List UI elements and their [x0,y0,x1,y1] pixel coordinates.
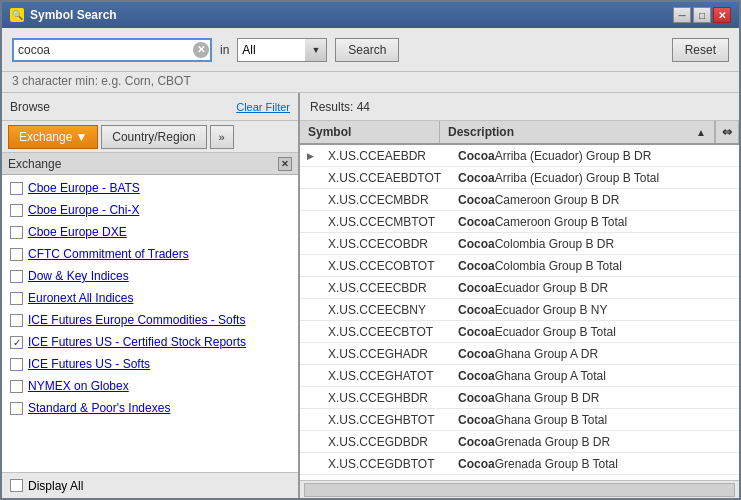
main-area: Browse Clear Filter Exchange ▼ Country/R… [2,93,739,498]
exchange-close-button[interactable]: ✕ [278,157,292,171]
row-symbol: X.US.CCEGHATOT [320,365,450,386]
hint-text: 3 character min: e.g. Corn, CBOT [12,74,191,88]
table-row[interactable]: X.US.CCEGDBDR Cocoa Grenada Group B DR [300,431,739,453]
category-dropdown[interactable]: All Stocks Futures Forex Indices [237,38,327,62]
exchange-checkbox-cboe-dxe[interactable] [10,226,23,239]
exchange-checkbox-dow[interactable] [10,270,23,283]
table-row[interactable]: X.US.CCEECBNY Cocoa Ecuador Group B NY [300,299,739,321]
row-description: Cocoa Arriba (Ecuador) Group B DR [450,145,739,166]
row-description: Cocoa Arriba (Ecuador) Group B Total [450,167,739,188]
tab-exchange-label: Exchange [19,130,72,144]
th-description[interactable]: Description ▲ [440,121,715,143]
exchange-checkbox-ice-softs[interactable] [10,358,23,371]
exchange-name-euronext: Euronext All Indices [28,291,133,305]
tab-exchange[interactable]: Exchange ▼ [8,125,98,149]
exchange-checkbox-ice-commodities[interactable] [10,314,23,327]
expand-icon: ⇔ [722,125,732,139]
list-item[interactable]: Cboe Europe - BATS [2,177,298,199]
table-row[interactable]: X.US.CCEGHBDR Cocoa Ghana Group B DR [300,387,739,409]
tab-country-label: Country/Region [112,130,195,144]
th-description-label: Description [448,125,514,139]
row-description: Cocoa Ghana Group A DR [450,343,739,364]
list-item[interactable]: Dow & Key Indices [2,265,298,287]
row-symbol: X.US.CCEGHADR [320,343,450,364]
exchange-checkbox-cboe-chi-x[interactable] [10,204,23,217]
list-item[interactable]: Cboe Europe - Chi-X [2,199,298,221]
search-input[interactable] [12,38,212,62]
hint-bar: 3 character min: e.g. Corn, CBOT [2,72,739,93]
row-expand-icon [300,255,320,276]
row-expand-icon [300,453,320,474]
th-symbol[interactable]: Symbol [300,121,440,143]
exchange-checkbox-euronext[interactable] [10,292,23,305]
list-item[interactable]: CFTC Commitment of Traders [2,243,298,265]
table-row[interactable]: X.US.CCECOBTOT Cocoa Colombia Group B To… [300,255,739,277]
row-description: Cocoa Colombia Group B DR [450,233,739,254]
th-expand[interactable]: ⇔ [715,121,739,143]
row-symbol: X.US.CCECOBTOT [320,255,450,276]
table-row[interactable]: X.US.CCEGHADR Cocoa Ghana Group A DR [300,343,739,365]
row-expand-icon [300,233,320,254]
exchange-checkbox-sp[interactable] [10,402,23,415]
results-table: Symbol Description ▲ ⇔ ▶ X.US.CCEAEBDR [300,121,739,498]
clear-filter-link[interactable]: Clear Filter [236,101,290,113]
exchange-checkbox-ice-certified[interactable] [10,336,23,349]
row-expand-icon [300,277,320,298]
row-symbol: X.US.CCEECBNY [320,299,450,320]
table-row[interactable]: X.US.CCEECBTOT Cocoa Ecuador Group B Tot… [300,321,739,343]
sort-icon: ▲ [696,127,706,138]
table-row[interactable]: X.US.CCECMBTOT Cocoa Cameroon Group B To… [300,211,739,233]
window-icon: 🔍 [10,8,24,22]
title-bar: 🔍 Symbol Search ─ □ ✕ [2,2,739,28]
table-row[interactable]: X.US.CCECOBDR Cocoa Colombia Group B DR [300,233,739,255]
clear-input-button[interactable]: ✕ [193,42,209,58]
row-description: Cocoa Cameroon Group B Total [450,211,739,232]
row-expand-icon [300,321,320,342]
exchange-checkbox-nymex[interactable] [10,380,23,393]
filter-tabs: Exchange ▼ Country/Region » [2,121,298,153]
exchange-name-cboe-chi-x: Cboe Europe - Chi-X [28,203,139,217]
row-expand-icon [300,431,320,452]
left-panel: Browse Clear Filter Exchange ▼ Country/R… [2,93,300,498]
exchange-checkbox-cboe-bats[interactable] [10,182,23,195]
row-description: Cocoa Ecuador Group B NY [450,299,739,320]
list-item[interactable]: Standard & Poor's Indexes [2,397,298,419]
window-controls: ─ □ ✕ [673,7,731,23]
table-row[interactable]: ▶ X.US.CCEAEBDR Cocoa Arriba (Ecuador) G… [300,145,739,167]
list-item[interactable]: ICE Futures US - Softs [2,353,298,375]
row-symbol: X.US.CCEGHBTOT [320,409,450,430]
exchange-checkbox-cftc[interactable] [10,248,23,261]
list-item[interactable]: ICE Futures US - Certified Stock Reports [2,331,298,353]
table-header: Symbol Description ▲ ⇔ [300,121,739,145]
exchange-name-ice-certified: ICE Futures US - Certified Stock Reports [28,335,246,349]
exchange-name-nymex: NYMEX on Globex [28,379,129,393]
table-row[interactable]: X.US.CCEAEBDTOT Cocoa Arriba (Ecuador) G… [300,167,739,189]
row-description: Cocoa Ghana Group B DR [450,387,739,408]
close-button[interactable]: ✕ [713,7,731,23]
table-row[interactable]: X.US.CCEGHBTOT Cocoa Ghana Group B Total [300,409,739,431]
row-symbol: X.US.CCEAEBDR [320,145,450,166]
list-item[interactable]: ICE Futures Europe Commodities - Softs [2,309,298,331]
table-row[interactable]: X.US.CCEGHATOT Cocoa Ghana Group A Total [300,365,739,387]
horizontal-scrollbar[interactable] [300,480,739,498]
list-item[interactable]: NYMEX on Globex [2,375,298,397]
results-bar: Results: 44 [300,93,739,121]
row-symbol: X.US.CCEAEBDTOT [320,167,450,188]
table-row[interactable]: X.US.CCECMBDR Cocoa Cameroon Group B DR [300,189,739,211]
row-description: Cocoa Ghana Group A Total [450,365,739,386]
list-item[interactable]: Cboe Europe DXE [2,221,298,243]
search-button[interactable]: Search [335,38,399,62]
reset-button[interactable]: Reset [672,38,729,62]
maximize-button[interactable]: □ [693,7,711,23]
list-item[interactable]: Euronext All Indices [2,287,298,309]
display-all-label: Display All [28,479,83,493]
minimize-button[interactable]: ─ [673,7,691,23]
h-scrollbar-track[interactable] [304,483,735,497]
tab-country[interactable]: Country/Region [101,125,206,149]
table-row[interactable]: X.US.CCEECBDR Cocoa Ecuador Group B DR [300,277,739,299]
window-title: Symbol Search [30,8,117,22]
row-symbol: X.US.CCECOBDR [320,233,450,254]
more-tabs-button[interactable]: » [210,125,234,149]
display-all-checkbox[interactable] [10,479,23,492]
table-row[interactable]: X.US.CCEGDBTOT Cocoa Grenada Group B Tot… [300,453,739,475]
